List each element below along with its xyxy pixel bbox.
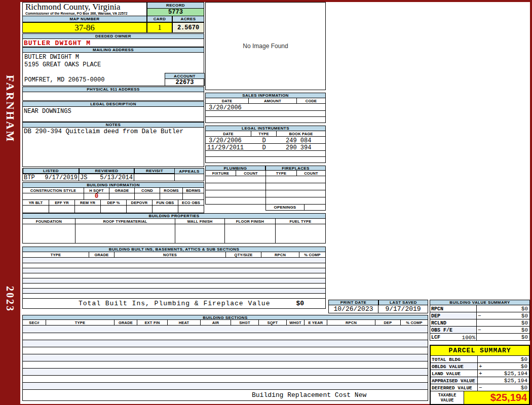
plumbing-count-label: COUNT (236, 171, 266, 176)
foundation-label: FOUNDATION (23, 219, 75, 224)
table-row (23, 283, 325, 288)
built-ins-title: BUILDING BUILT INS, BASEMENTS, ATTICS & … (22, 247, 326, 252)
bvs-row: OBS F/E −$0 (430, 327, 530, 334)
bvs-row-value: $0 (521, 306, 529, 312)
eco-obs-label: ECO OBS (178, 200, 204, 205)
table-row (23, 375, 428, 382)
sales-amount-label: AMOUNT (249, 98, 297, 103)
bs-sec-label: SEC# (23, 320, 46, 325)
li-date-value: 3/20/2006 (206, 137, 251, 143)
footer-note: Building Replacement Cost New (23, 391, 366, 399)
bi-type-label: TYPE (23, 252, 89, 257)
built-ins: BUILDING BUILT INS, BASEMENTS, ATTICS & … (22, 247, 326, 309)
bi-comp-label: % COMP (299, 252, 325, 257)
rooms-label: ROOMS (160, 188, 183, 193)
map-number-label: MAP NUMBER (22, 16, 147, 22)
property-card: Richmond County, Virginia Commissioner o… (20, 2, 530, 404)
bi-grade-label: GRADE (89, 252, 115, 257)
ps-row-label: LAND VALUE (431, 370, 478, 377)
physical-address-box (22, 92, 204, 101)
ps-row: OBLDG VALUE +$0 (431, 363, 529, 370)
bs-air-label: AIR (201, 320, 231, 325)
fireplaces-title: FIREPLACES (265, 166, 326, 171)
table-row (23, 263, 325, 268)
sales-title: SALES INFORMATION (205, 93, 326, 98)
legal-instruments: LEGAL INSTRUMENTS DATE TYPE BOOK PAGE 3/… (205, 126, 326, 163)
bvs-row-label: RCLND (430, 319, 477, 326)
eff-yr-label: EFF YR (49, 200, 75, 205)
plumbing-row (205, 183, 326, 190)
bs-heat-label: HEAT (168, 320, 201, 325)
mailing-address-box: BUTLER DWIGHT M 5195 GREAT OAKS PLACE PO… (22, 53, 204, 86)
floor-finish-value (225, 224, 276, 243)
legal-instruments-title: LEGAL INSTRUMENTS (205, 126, 326, 131)
bvs-row-value: $0 (521, 334, 529, 340)
bs-shgt-label: SHGT (231, 320, 259, 325)
record-value: 5773 (147, 9, 204, 16)
acres-value: 2.5670 (172, 22, 204, 33)
county-header: Richmond County, Virginia Commissioner o… (22, 2, 147, 16)
rooms-value (160, 193, 183, 199)
h-sqft-label: H SQFT (84, 188, 109, 193)
legal-instrument-row: 11/29/2011 D 290 394 (205, 144, 326, 151)
bi-rpcn-label: RPCN (261, 252, 299, 257)
last-saved-label: LAST SAVED (378, 300, 428, 305)
last-saved-value: 9/17/2019 (378, 305, 428, 313)
building-sections: BUILDING SECTIONS SEC# TYPE GRADE EXT FI… (22, 315, 428, 401)
cond-value (135, 193, 160, 199)
bs-eyear-label: E YEAR (305, 320, 327, 325)
mailing-line-3: POMFRET, MD 20675-0000 (24, 76, 104, 84)
bs-whgt-label: WHGT (287, 320, 305, 325)
bdrms-label: BDRMS (183, 188, 204, 193)
fireplace-type-label: TYPE (266, 171, 297, 176)
bvs-row-label: DEP (430, 312, 477, 319)
listed-date: 9/17/2019 (45, 174, 78, 181)
openings-value (305, 205, 326, 211)
sales-code-label: CODE (297, 98, 325, 103)
table-row (23, 354, 428, 361)
bs-sqft-label: SQFT (259, 320, 287, 325)
review-table: LISTED REVIEWED REVISIT APPEALS BTP9/17/… (22, 168, 204, 181)
taxable-label: TAXABLE VALUE (431, 391, 464, 404)
bi-qty-label: QTY/SIZE (226, 252, 261, 257)
revisit-label: REVISIT (134, 169, 175, 174)
ps-row-value: $0 (521, 356, 529, 362)
table-row (23, 333, 428, 340)
ps-row: APPRAISED VALUE $25,194 (431, 377, 529, 384)
bs-dep-label: DEP (375, 320, 401, 325)
sales-row-empty (205, 117, 326, 123)
banner-region-label: FARNHAM (4, 75, 17, 143)
roof-type-value (75, 224, 175, 243)
no-image-text: No Image Found (243, 43, 288, 50)
appeals-label: APPEALS (175, 169, 204, 174)
construction-style-label: CONSTRUCTION STYLE (23, 188, 84, 193)
dep-pct-value (101, 206, 127, 213)
depovr-value (127, 206, 153, 213)
building-sections-title: BUILDING SECTIONS (22, 315, 428, 320)
bvs-row-label: RPCN (430, 305, 477, 312)
account-value: 22673 (165, 79, 205, 86)
taxable-row: TAXABLE VALUE $25,194 (431, 391, 529, 404)
bvs-row: RCLND $0 (430, 319, 530, 327)
bvs-op: − (477, 313, 481, 319)
ps-row-value: $0 (521, 363, 529, 370)
legal-instrument-row: 3/20/2006 D 249 084 (205, 137, 326, 144)
yr-blt-label: YR BLT (23, 200, 49, 205)
deeded-owner-label: DEEDED OWNER (22, 33, 204, 39)
notes-value: DB 290-394 Quitclaim deed from Dale Butl… (23, 128, 185, 136)
notes-label: NOTES (22, 122, 204, 128)
bvs-row-label: LCF (431, 335, 440, 340)
acres-label: ACRES (172, 16, 204, 22)
notes-box: DB 290-394 Quitclaim deed from Dale Butl… (22, 128, 204, 167)
table-row (23, 293, 325, 298)
dep-pct-label: DEP % (101, 200, 127, 205)
ps-row-label: TOTAL BLDG VALUE (431, 356, 478, 362)
ps-row-label: APPRAISED VALUE (431, 377, 478, 384)
table-row (23, 268, 325, 273)
fixture-label: FIXTURE (206, 171, 236, 176)
ps-row-value: $0 (521, 385, 529, 391)
footer-row: Building Replacement Cost New (22, 390, 428, 401)
plumbing-fireplaces: PLUMBING FIREPLACES FIXTURE COUNT TYPE C… (205, 166, 326, 211)
building-information-title: BUILDING INFORMATION (22, 182, 204, 188)
legal-instrument-row-empty (205, 151, 326, 157)
